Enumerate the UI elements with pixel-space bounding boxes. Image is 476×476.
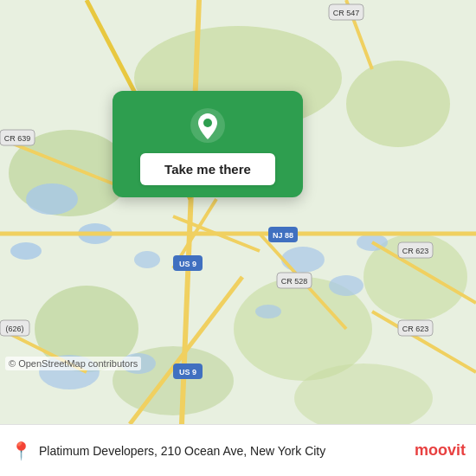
destination-pin-icon: 📍 xyxy=(10,441,32,461)
location-pin-icon xyxy=(189,106,227,145)
svg-text:US 9: US 9 xyxy=(179,260,196,268)
svg-point-18 xyxy=(255,305,281,318)
address-text: Platimum Developers, 210 Ocean Ave, New … xyxy=(39,444,408,458)
bottom-bar: 📍 Platimum Developers, 210 Ocean Ave, Ne… xyxy=(0,424,476,476)
location-popup: Take me there xyxy=(113,91,303,197)
svg-text:CR 639: CR 639 xyxy=(4,134,31,143)
svg-point-12 xyxy=(134,251,160,268)
svg-text:CR 528: CR 528 xyxy=(281,277,308,286)
take-me-there-button[interactable]: Take me there xyxy=(140,153,275,185)
svg-point-14 xyxy=(329,275,363,296)
attribution-text: © OpenStreetMap contributors xyxy=(9,358,138,369)
svg-text:(626): (626) xyxy=(5,325,23,333)
svg-text:CR 623: CR 623 xyxy=(402,247,429,255)
svg-text:CR 547: CR 547 xyxy=(333,9,360,17)
moovit-logo: moovit xyxy=(415,441,466,460)
svg-point-9 xyxy=(26,183,78,215)
svg-point-50 xyxy=(203,119,212,127)
svg-text:CR 623: CR 623 xyxy=(402,325,429,333)
svg-point-3 xyxy=(346,61,450,147)
map-attribution: © OpenStreetMap contributors xyxy=(5,357,141,370)
moovit-icon: moovit xyxy=(415,441,466,460)
svg-text:NJ 88: NJ 88 xyxy=(273,231,293,240)
svg-point-13 xyxy=(281,247,325,273)
svg-text:US 9: US 9 xyxy=(179,368,196,376)
map-container: US 9 US 9 NJ 88 CR 547 CR 639 CR 623 CR … xyxy=(0,0,476,424)
svg-point-11 xyxy=(10,242,42,260)
